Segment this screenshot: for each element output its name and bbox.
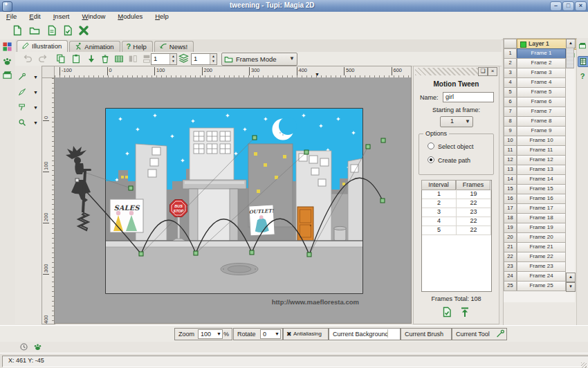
frame-number-cell[interactable]: 13: [504, 165, 517, 175]
frames-mode-combobox[interactable]: Frames Mode ▼: [221, 53, 297, 66]
tween-name-input[interactable]: girl: [443, 92, 494, 102]
scroll-track[interactable]: [566, 48, 574, 68]
tween-handle[interactable]: [304, 150, 309, 154]
current-background-group[interactable]: Current Background: [329, 328, 401, 340]
background-color-swatch[interactable]: [387, 329, 399, 338]
scenes-panel-icon[interactable]: [578, 41, 587, 50]
tab-animation[interactable]: Animation: [69, 41, 120, 53]
layer-spin-arrows[interactable]: ▲▼: [210, 54, 217, 64]
insert-frame-button[interactable]: [84, 53, 98, 65]
frame-number-cell[interactable]: 10: [504, 136, 517, 146]
frame-cell-selected[interactable]: Frame 1: [517, 48, 566, 59]
frame-cell[interactable]: Frame 11: [517, 145, 566, 156]
chevron-down-icon[interactable]: ▼: [33, 105, 38, 110]
frame-number-cell[interactable]: 1: [504, 48, 517, 59]
frame-number-cell[interactable]: 25: [504, 281, 517, 291]
frame-number-cell[interactable]: 20: [504, 232, 517, 243]
tab-illustration[interactable]: Illustration: [17, 40, 68, 53]
scroll-down-button[interactable]: ▼: [566, 282, 575, 292]
frame-cell[interactable]: Frame 12: [517, 155, 566, 165]
chevron-down-icon[interactable]: ▼: [33, 120, 38, 125]
frame-number-cell[interactable]: 22: [504, 252, 517, 262]
redo-button[interactable]: [36, 53, 50, 65]
menu-item-edit[interactable]: Edit: [23, 12, 46, 20]
resize-grip[interactable]: [581, 362, 587, 368]
menu-item-help[interactable]: Help: [149, 12, 175, 20]
panel-drag-handle[interactable]: [415, 68, 479, 75]
tool-fill-button[interactable]: ▼: [17, 102, 39, 114]
tween-handle[interactable]: [381, 138, 385, 142]
zoom-combobox[interactable]: 100 ▼: [198, 329, 223, 339]
tween-handle[interactable]: [250, 250, 254, 255]
frame-number-cell[interactable]: 23: [504, 261, 517, 272]
frame-spin-arrows[interactable]: ▲▼: [169, 54, 176, 64]
remove-frame-button[interactable]: [98, 53, 112, 65]
new-project-button[interactable]: [9, 23, 26, 39]
frames-scrollbar[interactable]: ▲ ▲ ▼: [566, 48, 574, 302]
brushes-panel-icon[interactable]: [2, 56, 13, 67]
frame-number-cell[interactable]: 3: [504, 68, 517, 78]
frame-cell[interactable]: Frame 15: [517, 184, 566, 194]
paste-button[interactable]: [69, 53, 83, 65]
frame-number-cell[interactable]: 8: [504, 116, 517, 127]
timer-icon[interactable]: [19, 342, 29, 352]
layer-spinbox[interactable]: 1 ▲▼: [191, 53, 217, 65]
frame-number-cell[interactable]: 18: [504, 213, 517, 223]
start-frame-combobox[interactable]: 1 ▼: [440, 116, 473, 127]
canvas-workspace[interactable]: SALES BUS STOP OUTLET!: [54, 77, 412, 324]
frame-cell[interactable]: Frame 7: [517, 107, 566, 117]
save-project-button[interactable]: [44, 23, 60, 39]
frame-cell[interactable]: Frame 8: [517, 116, 566, 127]
intervals-table[interactable]: IntervalFrames119222323422522: [421, 180, 492, 292]
chevron-down-icon[interactable]: ▼: [33, 75, 38, 80]
frame-cell[interactable]: Frame 19: [517, 223, 566, 233]
tool-contour-button[interactable]: ▼: [17, 71, 39, 84]
frame-number-cell[interactable]: 6: [504, 97, 517, 107]
frame-number-cell[interactable]: 17: [504, 203, 517, 214]
close-button[interactable]: ×: [575, 1, 587, 11]
tween-handle[interactable]: [307, 252, 311, 257]
menu-item-insert[interactable]: Insert: [47, 12, 76, 20]
maximize-button[interactable]: □: [562, 1, 574, 11]
frame-cell[interactable]: Frame 14: [517, 174, 566, 185]
tween-handle[interactable]: [252, 136, 257, 140]
frame-number-cell[interactable]: 12: [504, 155, 517, 165]
frame-cell[interactable]: Frame 3: [517, 68, 566, 78]
frame-cell[interactable]: Frame 16: [517, 194, 566, 204]
frame-cell[interactable]: Frame 4: [517, 77, 566, 88]
minimize-button[interactable]: –: [550, 1, 562, 11]
grid-button[interactable]: [112, 53, 126, 65]
frame-number-cell[interactable]: 19: [504, 223, 517, 233]
help-panel-icon[interactable]: ?: [578, 71, 587, 81]
tool-zoom-button[interactable]: ▼: [17, 117, 39, 129]
tween-handle[interactable]: [380, 199, 385, 203]
frame-cell[interactable]: Frame 5: [517, 87, 566, 98]
library-panel-icon[interactable]: [2, 70, 13, 81]
frame-spinbox[interactable]: 1 ▲▼: [151, 53, 177, 65]
frame-number-cell[interactable]: 4: [504, 77, 517, 88]
tween-handle[interactable]: [129, 186, 133, 190]
flip-horizontal-button[interactable]: [126, 53, 140, 65]
tween-handle[interactable]: [194, 251, 198, 255]
tool-selection-button[interactable]: ▼: [17, 86, 39, 99]
close-project-button[interactable]: [75, 23, 92, 39]
rotate-combobox[interactable]: 0 ▼: [260, 329, 281, 339]
close-tween-button[interactable]: [459, 306, 472, 319]
float-panel-button[interactable]: ❏: [478, 67, 488, 76]
menu-item-file[interactable]: File: [0, 12, 23, 20]
frame-number-cell[interactable]: 5: [504, 87, 517, 98]
frame-number-cell[interactable]: 24: [504, 271, 517, 282]
frame-cell[interactable]: Frame 25: [517, 281, 566, 291]
frame-cell[interactable]: Frame 24: [517, 271, 566, 282]
close-panel-button[interactable]: ×: [488, 67, 497, 76]
tab-news[interactable]: News!: [154, 41, 194, 53]
save-as-button[interactable]: [59, 23, 76, 39]
frame-number-cell[interactable]: 9: [504, 126, 517, 136]
frame-number-cell[interactable]: 16: [504, 194, 517, 204]
frame-cell[interactable]: Frame 20: [517, 232, 566, 243]
checkbox-check-icon[interactable]: ✖: [286, 331, 292, 338]
copy-button[interactable]: [54, 53, 68, 65]
frame-number-cell[interactable]: 11: [504, 145, 517, 156]
frame-cell[interactable]: Frame 10: [517, 136, 566, 146]
frames-table[interactable]: Layer 1 ▲ ▲ ▼ 1Frame 12Frame 23Frame 34F…: [504, 48, 575, 302]
